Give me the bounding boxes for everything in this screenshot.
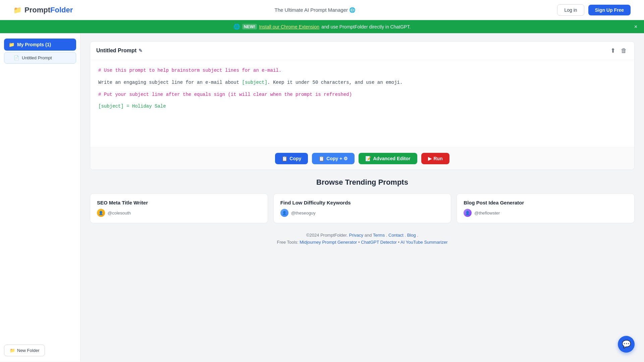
logo-folder: Folder (50, 6, 73, 14)
sidebar-folder-label: My Prompts (1) (17, 42, 51, 47)
run-button[interactable]: ▶ Run (421, 153, 449, 164)
run-icon: ▶ (428, 156, 432, 161)
prompt-tile-2[interactable]: Blog Post Idea Generator 👤 @theflowster (457, 193, 635, 223)
avatar-0: 👤 (97, 209, 105, 217)
prompt-icon: 📄 (14, 55, 19, 60)
prompt-actions: 📋 Copy 📋 Copy + ⚙ 📝 Advanced Editor ▶ Ru… (90, 147, 634, 170)
logo-prompt: Prompt (24, 6, 50, 14)
code-line-1: # Use this prompt to help brainstorm sub… (98, 67, 626, 75)
copy-plus-label: Copy + ⚙ (326, 156, 348, 161)
new-folder-icon: 📁 (10, 348, 15, 353)
new-folder-label: New Folder (17, 348, 39, 353)
footer-blog-link[interactable]: Blog (407, 233, 416, 238)
footer-bullet2: • (398, 240, 400, 245)
prompt-tile-0[interactable]: SEO Meta Title Writer 👤 @colesouth (90, 193, 268, 223)
copy-label: Copy (289, 156, 301, 161)
run-label: Run (434, 156, 443, 161)
footer-midjourney-link[interactable]: Midjourney Prompt Generator (300, 240, 357, 245)
footer-chatgpt-link[interactable]: ChatGPT Detector (361, 240, 397, 245)
copy-icon: 📋 (282, 156, 287, 161)
new-folder-button[interactable]: 📁 New Folder (4, 345, 45, 356)
chat-fab-button[interactable]: 💬 (618, 336, 635, 353)
prompt-header-actions: ⬆ 🗑 (609, 46, 628, 55)
prompt-code-area[interactable]: # Use this prompt to help brainstorm sub… (90, 60, 634, 147)
author-0-name: @colesouth (108, 210, 131, 216)
sidebar-folder-my-prompts[interactable]: 📁 My Prompts (1) (4, 39, 76, 51)
text-post: . Keep it under 50 characters, and use a… (267, 80, 402, 85)
tile-0-author: 👤 @colesouth (97, 209, 261, 217)
footer-free-tools: Free Tools: (277, 240, 300, 245)
footer-line-1: ©2024 PromptFolder. Privacy and Terms . … (97, 233, 628, 238)
footer-copyright: ©2024 PromptFolder. (306, 233, 348, 238)
signup-button[interactable]: Sign Up Free (588, 5, 631, 15)
footer-terms-link[interactable]: Terms (373, 233, 385, 238)
prompt-editor-card: Untitled Prompt ✎ ⬆ 🗑 # Use this prompt … (90, 41, 635, 170)
code-line-4: [subject] = Holiday Sale (98, 103, 626, 111)
copy-button[interactable]: 📋 Copy (275, 153, 308, 164)
chrome-icon: 🌐 (233, 23, 240, 30)
avatar-2: 👤 (464, 209, 472, 217)
logo-text: PromptFolder (24, 6, 73, 14)
sidebar-bottom: 📁 New Folder (4, 339, 76, 356)
tile-2-title: Blog Post Idea Generator (464, 200, 628, 205)
footer-privacy-link[interactable]: Privacy (349, 233, 363, 238)
footer-contact-link[interactable]: Contact (388, 233, 404, 238)
new-badge: NEW! (242, 24, 257, 29)
delete-button[interactable]: 🗑 (620, 46, 628, 55)
prompt-grid: SEO Meta Title Writer 👤 @colesouth Find … (90, 193, 635, 223)
assignment-line: [subject] = Holiday Sale (98, 104, 166, 109)
avatar-1: 👤 (280, 209, 288, 217)
announcement-banner: 🌐 NEW! Install our Chrome Extension and … (0, 20, 644, 33)
variable-subject: [subject] (242, 80, 267, 85)
header-tagline: The Ultimate AI Prompt Manager 🌐 (275, 7, 356, 13)
comment-2: # Put your subject line after the equals… (98, 92, 352, 97)
copy-plus-icon: 📋 (319, 156, 324, 161)
folder-icon: 📁 (9, 42, 14, 47)
prompt-header: Untitled Prompt ✎ ⬆ 🗑 (90, 42, 634, 60)
logo-icon: 📁 (13, 6, 22, 14)
prompt-tile-1[interactable]: Find Low Difficulty Keywords 👤 @theseogu… (273, 193, 451, 223)
sidebar-prompt-label: Untitled Prompt (22, 55, 52, 60)
copy-plus-button[interactable]: 📋 Copy + ⚙ (312, 153, 355, 164)
export-button[interactable]: ⬆ (609, 46, 617, 55)
tile-2-author: 👤 @theflowster (464, 209, 628, 217)
footer-dot3: . (417, 233, 418, 238)
logo: 📁 PromptFolder (13, 6, 73, 14)
main-content: Untitled Prompt ✎ ⬆ 🗑 # Use this prompt … (80, 33, 644, 362)
advanced-icon: 📝 (365, 156, 371, 161)
tile-1-title: Find Low Difficulty Keywords (280, 200, 444, 205)
text-pre: Write an engaging subject line for an e-… (98, 80, 242, 85)
chrome-extension-link[interactable]: Install our Chrome Extension (259, 24, 319, 29)
layout: 📁 My Prompts (1) 📄 Untitled Prompt 📁 New… (0, 33, 644, 362)
advanced-editor-button[interactable]: 📝 Advanced Editor (359, 153, 417, 164)
tile-0-title: SEO Meta Title Writer (97, 200, 261, 205)
footer-dot2: . (405, 233, 407, 238)
banner-text: and use PromptFolder directly in ChatGPT… (321, 24, 411, 29)
sidebar-item-untitled-prompt[interactable]: 📄 Untitled Prompt (4, 52, 76, 64)
footer-youtube-link[interactable]: AI YouTube Summarizer (400, 240, 447, 245)
browse-title: Browse Trending Prompts (90, 178, 635, 187)
code-line-3: # Put your subject line after the equals… (98, 91, 626, 99)
advanced-label: Advanced Editor (373, 156, 410, 161)
header: 📁 PromptFolder The Ultimate AI Prompt Ma… (0, 0, 644, 20)
browse-section: Browse Trending Prompts SEO Meta Title W… (90, 178, 635, 223)
comment-1: # Use this prompt to help brainstorm sub… (98, 68, 281, 73)
prompt-title-text: Untitled Prompt (96, 48, 137, 54)
footer-dot1: . (386, 233, 388, 238)
code-line-2: Write an engaging subject line for an e-… (98, 79, 626, 87)
author-1-name: @theseoguy (291, 210, 316, 216)
login-button[interactable]: Log in (557, 4, 584, 16)
author-2-name: @theflowster (474, 210, 500, 216)
edit-title-icon[interactable]: ✎ (139, 48, 143, 53)
header-actions: Log in Sign Up Free (557, 4, 631, 16)
banner-close-button[interactable]: × (634, 24, 637, 30)
footer: ©2024 PromptFolder. Privacy and Terms . … (90, 223, 635, 250)
tile-1-author: 👤 @theseoguy (280, 209, 444, 217)
prompt-title: Untitled Prompt ✎ (96, 48, 143, 54)
footer-and1: and (365, 233, 373, 238)
footer-line-2: Free Tools: Midjourney Prompt Generator … (97, 240, 628, 245)
sidebar: 📁 My Prompts (1) 📄 Untitled Prompt 📁 New… (0, 33, 80, 362)
